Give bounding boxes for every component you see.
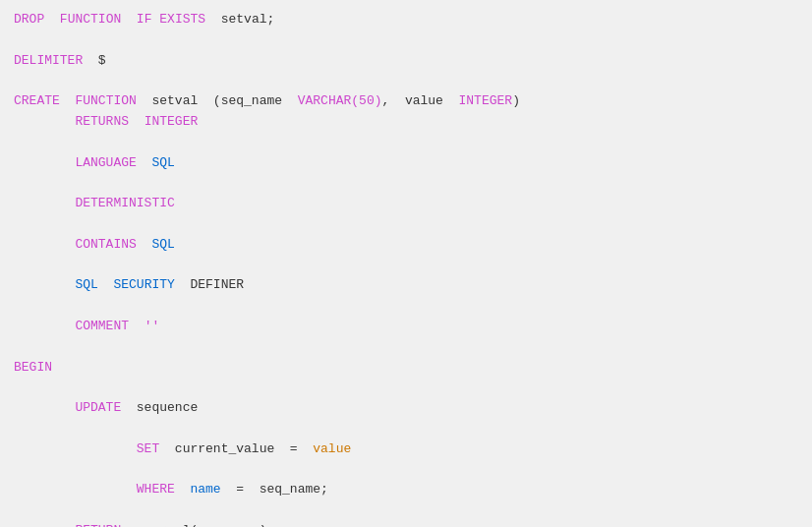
code-token — [121, 12, 137, 27]
code-token: CONTAINS — [14, 237, 137, 252]
code-token — [60, 93, 76, 108]
code-line: BEGIN — [14, 358, 798, 379]
code-token: value — [313, 441, 351, 456]
code-token: EXISTS — [159, 12, 205, 27]
code-token: INTEGER — [145, 114, 199, 129]
code-token: DELIMITER — [14, 53, 83, 68]
code-token: currval(seq_name); — [121, 523, 274, 527]
code-line: RETURNS INTEGER — [14, 112, 798, 133]
code-token: setval (seq_name — [137, 93, 298, 108]
code-token: = seq_name; — [221, 482, 328, 497]
code-token: FUNCTION — [60, 12, 121, 27]
code-line: LANGUAGE SQL — [14, 153, 798, 174]
code-token: name — [190, 482, 220, 497]
code-token: LANGUAGE — [14, 155, 137, 170]
code-line: DETERMINISTIC — [14, 194, 798, 214]
code-line — [14, 30, 798, 51]
code-token: DROP — [14, 12, 44, 27]
code-token: SQL — [151, 237, 174, 252]
code-line: WHERE name = seq_name; — [14, 480, 798, 500]
code-token — [44, 12, 60, 27]
code-token — [137, 155, 152, 170]
code-token: WHERE — [14, 482, 175, 497]
code-token: SQL — [151, 155, 174, 170]
code-token: SECURITY — [113, 277, 174, 292]
code-token: RETURNS — [14, 114, 129, 129]
code-line — [14, 173, 798, 194]
code-token: $ — [83, 53, 105, 68]
code-token: ) — [512, 93, 520, 108]
code-line — [14, 71, 798, 91]
code-line — [14, 337, 798, 358]
code-line — [14, 460, 798, 481]
code-line: CREATE FUNCTION setval (seq_name VARCHAR… — [14, 91, 798, 112]
code-line: CONTAINS SQL — [14, 235, 798, 256]
code-token: FUNCTION — [75, 93, 136, 108]
code-token: CREATE — [14, 93, 60, 108]
code-line: SET current_value = value — [14, 439, 798, 460]
code-token: sequence — [121, 400, 198, 415]
code-token — [129, 319, 145, 333]
code-token — [129, 114, 145, 129]
code-token: SET — [14, 441, 159, 456]
code-line — [14, 296, 798, 317]
code-token: DEFINER — [175, 277, 244, 292]
code-editor: DROP FUNCTION IF EXISTS setval; DELIMITE… — [14, 10, 798, 527]
code-token: SQL — [14, 277, 98, 292]
code-token: RETURN — [14, 523, 121, 527]
code-token — [98, 277, 114, 292]
code-token: , value — [382, 93, 459, 108]
code-line: RETURN currval(seq_name); — [14, 521, 798, 527]
code-line — [14, 256, 798, 276]
code-token: UPDATE — [14, 400, 121, 415]
code-token: setval; — [205, 12, 274, 27]
code-line: DELIMITER $ — [14, 51, 798, 72]
code-line — [14, 133, 798, 153]
code-line — [14, 378, 798, 398]
code-token: COMMENT — [14, 319, 129, 333]
code-line — [14, 500, 798, 521]
code-line: DROP FUNCTION IF EXISTS setval; — [14, 10, 798, 30]
code-line: COMMENT '' — [14, 317, 798, 337]
code-token: DETERMINISTIC — [14, 196, 175, 210]
code-line: SQL SECURITY DEFINER — [14, 275, 798, 296]
code-token — [137, 237, 152, 252]
code-line: UPDATE sequence — [14, 398, 798, 419]
code-token: INTEGER — [459, 93, 513, 108]
code-line — [14, 214, 798, 235]
code-token: BEGIN — [14, 360, 52, 375]
code-token: IF — [137, 12, 152, 27]
code-token — [175, 482, 191, 497]
code-token: current_value = — [159, 441, 313, 456]
code-token: '' — [145, 319, 160, 333]
code-line — [14, 419, 798, 439]
code-token: VARCHAR(50) — [298, 93, 382, 108]
